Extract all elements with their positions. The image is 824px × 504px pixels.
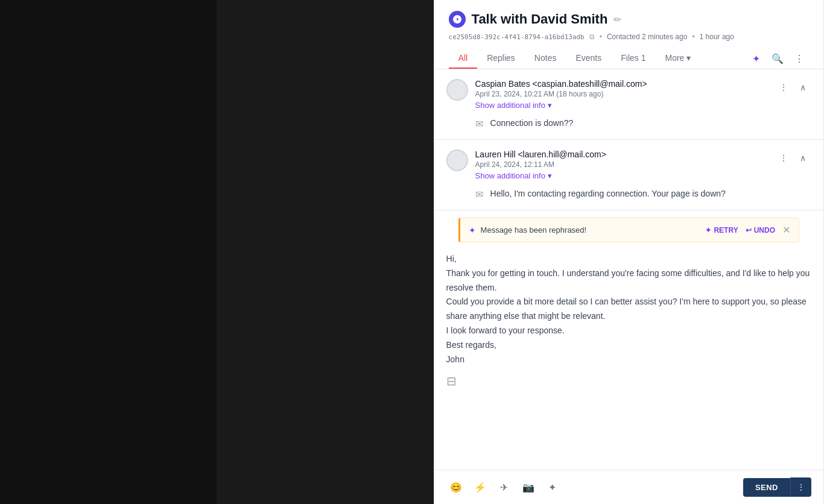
message-card-2: Lauren Hill <lauren.hill@mail.com> April…: [434, 140, 823, 210]
conversation-id: ce2505d8-392c-4f41-8794-a16bd13adb: [449, 33, 585, 41]
message-info-1: Caspian Bates <caspian.bateshill@mail.co…: [475, 79, 768, 110]
sender-1: Caspian Bates <caspian.bateshill@mail.co…: [475, 79, 768, 89]
close-rephrased-icon[interactable]: ✕: [782, 224, 790, 236]
message-text-1: Connection is down??: [490, 117, 574, 130]
rephrased-bar: ✦ Message has been rephrased! ✦ RETRY ↩ …: [458, 218, 799, 242]
rephrased-sparkle-icon: ✦: [469, 225, 476, 235]
retry-icon: ✦: [705, 226, 711, 235]
avatar-2: [446, 150, 468, 171]
edit-icon[interactable]: ✏: [613, 14, 621, 25]
send-arrow-icon[interactable]: ✈: [495, 477, 514, 497]
search-icon[interactable]: 🔍: [768, 49, 787, 68]
mail-icon-1: ✉: [475, 118, 483, 130]
contacted-time: Contacted 2 minutes ago: [607, 33, 687, 41]
rephrased-wrapper: ✦ Message has been rephrased! ✦ RETRY ↩ …: [434, 210, 823, 242]
conversation-icon: [449, 11, 466, 28]
lightning-icon[interactable]: ⚡: [471, 477, 490, 497]
chevron-down-icon: ▾: [548, 101, 552, 110]
bottom-toolbar: 😊 ⚡ ✈ 📷 ✦ SEND ⋮: [434, 470, 823, 504]
rephrased-actions: ✦ RETRY ↩ UNDO ✕: [705, 224, 790, 236]
collapse-icon[interactable]: ∧: [794, 79, 811, 96]
chevron-down-icon: ▾: [686, 53, 691, 63]
show-additional-1[interactable]: Show additional info ▾: [475, 101, 768, 110]
message-actions-1: ⋮ ∧: [775, 79, 811, 96]
message-card-1: Caspian Bates <caspian.bateshill@mail.co…: [434, 69, 823, 140]
tab-more[interactable]: More ▾: [655, 48, 700, 69]
mail-icon-2: ✉: [475, 189, 483, 200]
tab-all[interactable]: All: [449, 48, 478, 69]
page-title: Talk with David Smith: [472, 11, 608, 27]
tab-files[interactable]: Files 1: [611, 48, 655, 69]
emoji-icon[interactable]: 😊: [446, 477, 466, 497]
ai-sparkle-icon[interactable]: ✦: [746, 49, 765, 68]
message-more-icon-2[interactable]: ⋮: [775, 150, 792, 166]
tabs-bar: All Replies Notes Events Files 1 More ▾ …: [449, 48, 809, 69]
send-group: SEND ⋮: [743, 477, 811, 497]
undo-button[interactable]: ↩ UNDO: [746, 226, 775, 235]
chevron-down-icon: ▾: [548, 171, 552, 180]
date-2: April 24, 2024, 12:11 AM: [475, 160, 768, 169]
tab-replies[interactable]: Replies: [477, 48, 525, 69]
message-info-2: Lauren Hill <lauren.hill@mail.com> April…: [475, 150, 768, 180]
message-header-1: Caspian Bates <caspian.bateshill@mail.co…: [434, 69, 823, 110]
collapse-icon-2[interactable]: ∧: [794, 150, 811, 166]
tab-notes[interactable]: Notes: [525, 48, 566, 69]
content-area: Caspian Bates <caspian.bateshill@mail.co…: [434, 69, 823, 470]
avatar-1: [446, 79, 468, 101]
message-actions-2: ⋮ ∧: [775, 150, 811, 166]
left-sidebar: [0, 0, 217, 504]
message-more-icon[interactable]: ⋮: [775, 79, 792, 96]
header-top: Talk with David Smith ✏: [449, 11, 809, 28]
date-1: April 23, 2024, 10:21 AM (18 hours ago): [475, 90, 768, 98]
undo-icon: ↩: [746, 226, 752, 235]
video-icon[interactable]: 📷: [519, 477, 538, 497]
message-body-2: ✉ Hello, I'm contacting regarding connec…: [434, 180, 823, 210]
message-body-1: ✉ Connection is down??: [434, 110, 823, 139]
ai-toolbar-icon[interactable]: ✦: [543, 477, 562, 497]
tabs-actions: ✦ 🔍 ⋮: [746, 49, 809, 68]
send-more-button[interactable]: ⋮: [790, 477, 811, 497]
main-panel: Talk with David Smith ✏ ce2505d8-392c-4f…: [434, 0, 824, 504]
message-header-2: Lauren Hill <lauren.hill@mail.com> April…: [434, 140, 823, 180]
sender-2: Lauren Hill <lauren.hill@mail.com>: [475, 150, 768, 159]
message-text-2: Hello, I'm contacting regarding connecti…: [490, 187, 726, 200]
rephrased-message: Message has been rephrased!: [481, 225, 701, 235]
copy-id-icon[interactable]: ⧉: [589, 33, 595, 41]
attachment-icon[interactable]: ⊟: [446, 374, 811, 388]
more-options-icon[interactable]: ⋮: [790, 49, 809, 68]
header: Talk with David Smith ✏ ce2505d8-392c-4f…: [434, 0, 823, 69]
header-meta: ce2505d8-392c-4f41-8794-a16bd13adb ⧉ • C…: [449, 33, 809, 41]
show-additional-2[interactable]: Show additional info ▾: [475, 171, 768, 180]
send-button[interactable]: SEND: [743, 478, 790, 497]
retry-button[interactable]: ✦ RETRY: [705, 226, 738, 235]
reply-area: Hi, Thank you for getting in touch. I un…: [434, 242, 823, 470]
tab-events[interactable]: Events: [566, 48, 611, 69]
last-active: 1 hour ago: [700, 33, 734, 41]
reply-text[interactable]: Hi, Thank you for getting in touch. I un…: [446, 252, 811, 367]
